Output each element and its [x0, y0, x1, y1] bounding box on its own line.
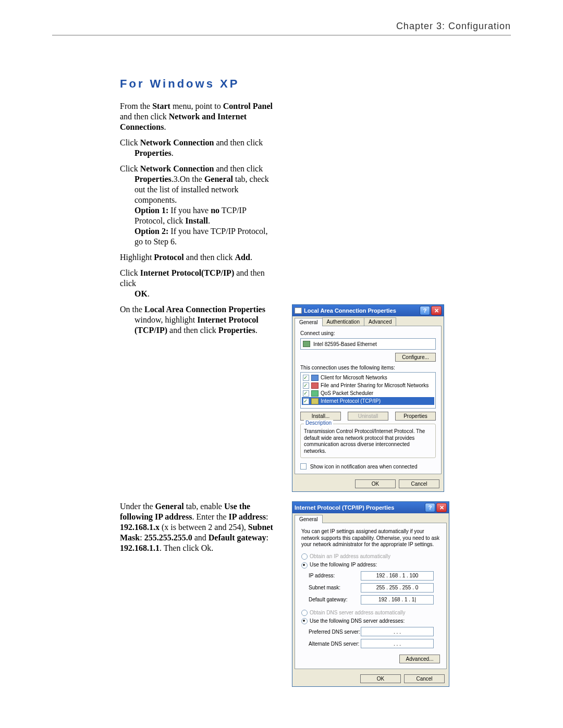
step-2: Click Network Connection and then click …	[120, 138, 276, 161]
adapter-icon	[303, 341, 310, 347]
step-4: Highlight Protocol and then click Add.	[120, 252, 276, 265]
list-item[interactable]: QoS Packet Scheduler	[302, 389, 434, 397]
alt-dns-label: Alternate DNS server:	[309, 641, 361, 647]
alt-dns-input[interactable]: . . .	[361, 639, 434, 648]
help-button[interactable]: ?	[425, 503, 435, 512]
show-icon-checkbox[interactable]	[300, 463, 307, 470]
ok-button[interactable]: OK	[355, 479, 396, 488]
radio-use-dns[interactable]: Use the following DNS server addresses:	[301, 618, 440, 624]
step-6: On the Local Area Connection Properties …	[120, 304, 276, 338]
properties-button[interactable]: Properties	[395, 412, 436, 421]
install-button[interactable]: Install...	[300, 412, 341, 421]
step-1: From the Start menu, point to Control Pa…	[120, 101, 276, 134]
dialog-title: Internet Protocol (TCP/IP) Properties	[295, 504, 424, 511]
radio-auto-ip[interactable]: Obtain an IP address automatically	[301, 553, 440, 560]
dialog-lan-properties: Local Area Connection Properties ? ✕ Gen…	[292, 304, 444, 492]
gateway-label: Default gateway:	[309, 597, 361, 602]
intro-text: You can get IP settings assigned automat…	[301, 528, 440, 548]
step-3: Click Network Connection and then click …	[120, 164, 276, 249]
fps-icon	[311, 382, 319, 389]
dialog-icon	[295, 307, 302, 314]
configure-button[interactable]: Configure...	[395, 353, 436, 362]
description-text: Transmission Control Protocol/Internet P…	[304, 426, 432, 454]
pref-dns-input[interactable]: . . .	[361, 627, 434, 636]
tab-general[interactable]: General	[295, 318, 323, 326]
close-button[interactable]: ✕	[436, 503, 447, 512]
items-label: This connection uses the following items…	[300, 365, 436, 371]
checkbox-icon[interactable]	[303, 398, 309, 404]
close-button[interactable]: ✕	[431, 306, 442, 315]
ok-button[interactable]: OK	[360, 674, 401, 683]
components-list[interactable]: Client for Microsoft Networks File and P…	[300, 372, 436, 409]
client-icon	[311, 375, 319, 381]
tab-general[interactable]: General	[295, 515, 323, 523]
list-item[interactable]: Client for Microsoft Networks	[302, 374, 434, 381]
ip-label: IP address:	[309, 573, 361, 578]
list-item[interactable]: File and Printer Sharing for Microsoft N…	[302, 381, 434, 389]
tcpip-icon	[311, 398, 319, 404]
checkbox-icon[interactable]	[303, 390, 309, 397]
show-icon-label: Show icon in notification area when conn…	[310, 464, 418, 470]
adapter-field: Intel 82595-Based Ethernet	[300, 338, 436, 350]
mask-input[interactable]: 255 . 255 . 255 . 0	[361, 583, 434, 593]
step-5: Click Internet Protocol(TCP/IP) and then…	[120, 268, 276, 301]
qos-icon	[311, 390, 319, 397]
description-legend: Description	[304, 420, 333, 426]
help-button[interactable]: ?	[420, 306, 430, 315]
ip-input[interactable]: 192 . 168 . 1 . 100	[361, 571, 434, 581]
connect-using-label: Connect using:	[300, 330, 436, 336]
gateway-input[interactable]: 192 . 168 . 1 . 1|	[361, 595, 434, 604]
cancel-button[interactable]: Cancel	[399, 479, 439, 488]
section-title: For Windows XP	[120, 77, 511, 91]
checkbox-icon[interactable]	[303, 382, 309, 389]
radio-auto-dns: Obtain DNS server address automatically	[301, 610, 440, 616]
step-7: Under the General tab, enable Use the fo…	[120, 501, 276, 556]
tab-authentication[interactable]: Authentication	[322, 317, 364, 326]
radio-use-ip[interactable]: Use the following IP address:	[301, 562, 440, 568]
checkbox-icon[interactable]	[303, 375, 309, 381]
list-item-selected[interactable]: Internet Protocol (TCP/IP)	[302, 397, 434, 405]
uninstall-button: Uninstall	[348, 412, 388, 421]
dialog-tcpip-properties: Internet Protocol (TCP/IP) Properties ? …	[292, 501, 449, 687]
advanced-button[interactable]: Advanced...	[399, 655, 440, 663]
pref-dns-label: Preferred DNS server:	[309, 629, 361, 635]
cancel-button[interactable]: Cancel	[404, 674, 445, 683]
dialog-title: Local Area Connection Properties	[304, 307, 419, 314]
page-header: Chapter 3: Configuration	[52, 21, 511, 35]
mask-label: Subnet mask:	[309, 585, 361, 590]
tab-advanced[interactable]: Advanced	[364, 317, 396, 326]
